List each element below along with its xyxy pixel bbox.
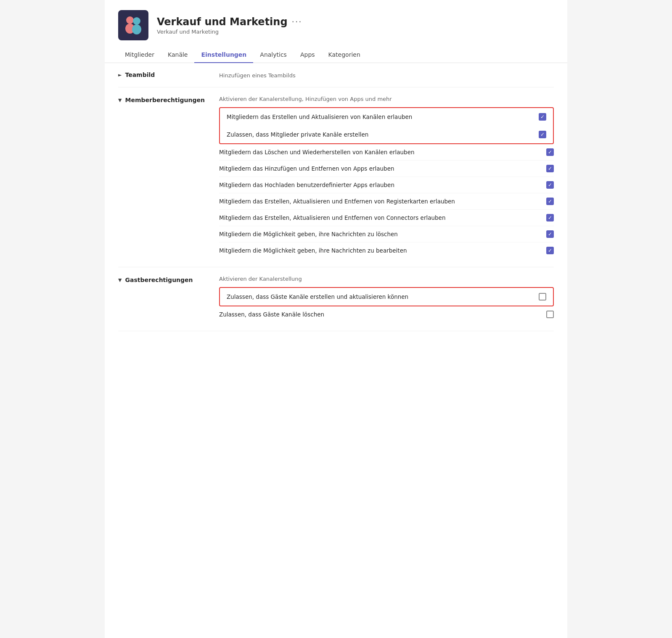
settings-content: ► Teambild Hinzufügen eines Teambilds ▼ …: [105, 63, 567, 331]
list-item: Mitgliedern das Erstellen, Aktualisieren…: [219, 193, 554, 210]
list-item: Mitgliedern das Erstellen, Aktualisieren…: [219, 210, 554, 226]
allow-guests-delete-label: Zulassen, dass Gäste Kanäle löschen: [219, 311, 546, 318]
allow-guests-create-update-label: Zulassen, dass Gäste Kanäle erstellen un…: [227, 293, 539, 300]
list-item: Zulassen, dass Gäste Kanäle erstellen un…: [220, 288, 553, 306]
teambild-section: ► Teambild Hinzufügen eines Teambilds: [118, 63, 554, 87]
allow-create-tabs-label: Mitgliedern das Erstellen, Aktualisieren…: [219, 198, 546, 205]
memberberechtigungen-chevron[interactable]: ▼: [118, 98, 122, 103]
header: Verkauf und Marketing ··· Verkauf und Ma…: [105, 0, 567, 47]
check-icon: ✓: [548, 182, 552, 187]
tab-apps[interactable]: Apps: [294, 47, 322, 63]
tab-analytics[interactable]: Analytics: [253, 47, 294, 63]
allow-upload-custom-apps-checkbox[interactable]: ✓: [546, 181, 554, 189]
allow-upload-custom-apps-label: Mitgliedern das Hochladen benutzerdefini…: [219, 182, 546, 188]
gastberechtigungen-plain-rows: Zulassen, dass Gäste Kanäle löschen ✓: [219, 306, 554, 322]
allow-private-channels-checkbox[interactable]: ✓: [539, 131, 546, 138]
team-name: Verkauf und Marketing: [157, 16, 288, 28]
list-item: Mitgliedern die Möglichkeit geben, ihre …: [219, 226, 554, 243]
allow-delete-restore-channels-label: Mitgliedern das Löschen und Wiederherste…: [219, 149, 546, 156]
check-icon: ✓: [548, 199, 552, 204]
allow-edit-messages-label: Mitgliedern die Möglichkeit geben, ihre …: [219, 247, 546, 254]
memberberechtigungen-section: ▼ Memberberechtigungen Aktivieren der Ka…: [118, 87, 554, 267]
check-icon: ✓: [548, 215, 552, 220]
check-icon: ✓: [548, 150, 552, 155]
list-item: Mitgliedern das Hinzufügen und Entfernen…: [219, 161, 554, 177]
allow-guests-delete-checkbox[interactable]: ✓: [546, 311, 554, 318]
allow-add-remove-apps-checkbox[interactable]: ✓: [546, 165, 554, 172]
tabs-bar: Mitglieder Kanäle Einstellungen Analytic…: [105, 47, 567, 63]
team-avatar: [118, 10, 148, 40]
check-icon: ✓: [548, 232, 552, 237]
allow-private-channels-label: Zulassen, dass Mitglieder private Kanäle…: [227, 131, 539, 138]
check-icon: ✓: [548, 166, 552, 171]
allow-delete-messages-checkbox[interactable]: ✓: [546, 230, 554, 238]
memberberechtigungen-plain-rows: Mitgliedern das Löschen und Wiederherste…: [219, 144, 554, 258]
gastberechtigungen-red-box: Zulassen, dass Gäste Kanäle erstellen un…: [219, 287, 554, 306]
gastberechtigungen-label: Gastberechtigungen: [125, 277, 193, 283]
allow-delete-messages-label: Mitgliedern die Möglichkeit geben, ihre …: [219, 231, 546, 237]
allow-create-connectors-label: Mitgliedern das Erstellen, Aktualisieren…: [219, 214, 546, 221]
list-item: Zulassen, dass Gäste Kanäle löschen ✓: [219, 306, 554, 322]
allow-guests-create-update-checkbox[interactable]: ✓: [539, 293, 546, 301]
gastberechtigungen-chevron[interactable]: ▼: [118, 277, 122, 283]
gastberechtigungen-description: Aktivieren der Kanalerstellung: [219, 276, 554, 282]
svg-point-4: [132, 24, 141, 34]
allow-edit-messages-checkbox[interactable]: ✓: [546, 247, 554, 254]
check-icon: ✓: [548, 248, 552, 253]
list-item: Mitgliedern das Hochladen benutzerdefini…: [219, 177, 554, 193]
svg-point-1: [126, 16, 134, 24]
allow-delete-restore-checkbox[interactable]: ✓: [546, 148, 554, 156]
tab-kanaele[interactable]: Kanäle: [161, 47, 194, 63]
tab-einstellungen[interactable]: Einstellungen: [194, 47, 253, 63]
teambild-description: Hinzufügen eines Teambilds: [219, 71, 554, 79]
gastberechtigungen-section: ▼ Gastberechtigungen Aktivieren der Kana…: [118, 267, 554, 331]
team-subtitle: Verkauf und Marketing: [157, 29, 554, 35]
check-icon: ✓: [540, 114, 545, 119]
teambild-chevron[interactable]: ►: [118, 72, 122, 78]
list-item: Zulassen, dass Mitglieder private Kanäle…: [220, 126, 553, 143]
allow-add-remove-apps-label: Mitgliedern das Hinzufügen und Entfernen…: [219, 165, 546, 172]
header-info: Verkauf und Marketing ··· Verkauf und Ma…: [157, 16, 554, 35]
memberberechtigungen-red-box: Mitgliedern das Erstellen und Aktualisie…: [219, 107, 554, 144]
allow-create-tabs-checkbox[interactable]: ✓: [546, 198, 554, 205]
tab-mitglieder[interactable]: Mitglieder: [118, 47, 161, 63]
teambild-label: Teambild: [125, 71, 155, 78]
memberberechtigungen-description: Aktivieren der Kanalerstellung, Hinzufüg…: [219, 96, 554, 102]
allow-create-update-channels-label: Mitgliedern das Erstellen und Aktualisie…: [227, 113, 539, 120]
check-icon: ✓: [540, 132, 545, 137]
allow-create-connectors-checkbox[interactable]: ✓: [546, 214, 554, 221]
list-item: Mitgliedern die Möglichkeit geben, ihre …: [219, 243, 554, 258]
more-options-icon[interactable]: ···: [292, 17, 302, 27]
memberberechtigungen-label: Memberberechtigungen: [125, 97, 205, 103]
list-item: Mitgliedern das Erstellen und Aktualisie…: [220, 108, 553, 126]
tab-kategorien[interactable]: Kategorien: [322, 47, 367, 63]
allow-create-update-channels-checkbox[interactable]: ✓: [539, 113, 546, 121]
svg-point-3: [133, 17, 140, 25]
list-item: Mitgliedern das Löschen und Wiederherste…: [219, 144, 554, 161]
